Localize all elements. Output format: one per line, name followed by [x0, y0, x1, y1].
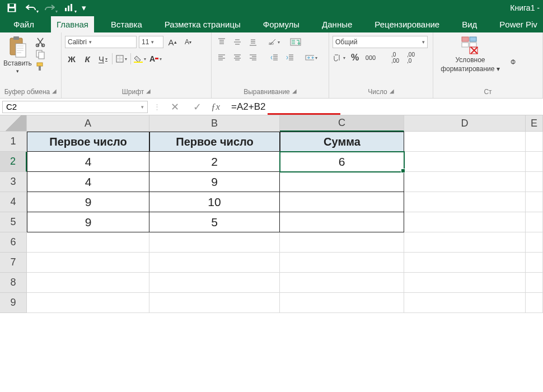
row-header-8[interactable]: 8	[0, 273, 27, 293]
cell-C4[interactable]	[280, 192, 404, 212]
font-dialog-launcher-icon[interactable]: ◢	[146, 88, 151, 96]
row-header-3[interactable]: 3	[0, 172, 27, 192]
increase-decimal-icon[interactable]: ,0,00	[388, 52, 402, 64]
cell-A9[interactable]	[27, 293, 149, 313]
paste-button[interactable]: Вставить ▾	[3, 36, 32, 74]
cell-D4[interactable]	[404, 192, 526, 212]
decrease-decimal-icon[interactable]: ,00,0	[404, 52, 418, 64]
cell-B7[interactable]	[149, 253, 280, 273]
cell-B9[interactable]	[149, 293, 280, 313]
cell-C1[interactable]: Сумма	[280, 132, 404, 152]
redo-icon[interactable]	[41, 2, 58, 14]
cell-C6[interactable]	[280, 232, 404, 253]
italic-button[interactable]: К	[81, 53, 94, 65]
row-header-1[interactable]: 1	[0, 132, 27, 152]
format-styles-extra[interactable]: Ф	[511, 36, 516, 66]
align-top-icon[interactable]	[215, 36, 228, 48]
fx-icon[interactable]: ƒx	[211, 101, 220, 113]
chart-icon[interactable]	[60, 2, 77, 14]
cell-A4[interactable]: 9	[27, 192, 149, 212]
alignment-dialog-launcher-icon[interactable]: ◢	[292, 88, 297, 96]
format-painter-icon[interactable]	[35, 62, 45, 72]
cell-A1[interactable]: Первое число	[27, 132, 149, 152]
cell-B5[interactable]: 5	[149, 212, 280, 232]
row-header-6[interactable]: 6	[0, 232, 27, 253]
cell-D7[interactable]	[404, 253, 526, 273]
cell-B3[interactable]: 9	[149, 172, 280, 192]
cut-icon[interactable]	[35, 37, 45, 47]
bold-button[interactable]: Ж	[65, 53, 78, 65]
row-header-9[interactable]: 9	[0, 293, 27, 313]
cell-C2[interactable]: 6	[280, 152, 404, 172]
cell-A2[interactable]: 4	[27, 152, 149, 172]
tab-formulas[interactable]: Формулы	[258, 16, 305, 32]
save-icon[interactable]	[3, 2, 20, 14]
cell-E2[interactable]	[526, 152, 543, 172]
cell-D5[interactable]	[404, 212, 526, 232]
cell-E9[interactable]	[526, 293, 543, 313]
comma-style-icon[interactable]: 000	[364, 52, 377, 64]
name-box[interactable]: C2 ▾	[2, 101, 148, 113]
row-header-5[interactable]: 5	[0, 212, 27, 232]
cell-C8[interactable]	[280, 273, 404, 293]
cell-D3[interactable]	[404, 172, 526, 192]
cell-E3[interactable]	[526, 172, 543, 192]
cell-A6[interactable]	[27, 232, 149, 253]
number-dialog-launcher-icon[interactable]: ◢	[390, 88, 394, 96]
align-left-icon[interactable]	[215, 52, 228, 64]
qat-customize-icon[interactable]: ▾	[79, 2, 88, 14]
cell-E4[interactable]	[526, 192, 543, 212]
accept-formula-icon[interactable]: ✓	[189, 101, 205, 113]
tab-view[interactable]: Вид	[456, 16, 483, 32]
tab-powerpivot[interactable]: Power Piv	[494, 16, 543, 32]
orientation-icon[interactable]: ab	[268, 36, 281, 48]
merge-center-icon[interactable]	[305, 52, 318, 64]
col-header-C[interactable]: C	[280, 115, 404, 132]
cell-B4[interactable]: 10	[149, 192, 280, 212]
increase-font-icon[interactable]: A▴	[166, 36, 179, 48]
cell-D6[interactable]	[404, 232, 526, 253]
col-header-B[interactable]: B	[149, 115, 280, 132]
percent-icon[interactable]: %	[348, 52, 362, 64]
col-header-D[interactable]: D	[404, 115, 526, 132]
col-header-E[interactable]: E	[526, 115, 543, 132]
clipboard-dialog-launcher-icon[interactable]: ◢	[52, 88, 57, 96]
cell-D9[interactable]	[404, 293, 526, 313]
borders-icon[interactable]	[115, 53, 128, 65]
increase-indent-icon[interactable]	[283, 52, 297, 64]
font-size-combo[interactable]: 11▾	[139, 36, 163, 48]
cell-D2[interactable]	[404, 152, 526, 172]
cell-C3[interactable]	[280, 172, 404, 192]
col-header-A[interactable]: A	[27, 115, 149, 132]
cell-A3[interactable]: 4	[27, 172, 149, 192]
row-header-2[interactable]: 2	[0, 152, 27, 172]
cell-E5[interactable]	[526, 212, 543, 232]
accounting-format-icon[interactable]	[333, 52, 346, 64]
tab-data[interactable]: Данные	[316, 16, 358, 32]
cell-B6[interactable]	[149, 232, 280, 253]
undo-icon[interactable]	[22, 2, 39, 14]
row-header-4[interactable]: 4	[0, 192, 27, 212]
align-right-icon[interactable]	[246, 52, 260, 64]
fill-color-icon[interactable]	[133, 53, 147, 65]
align-center-icon[interactable]	[231, 52, 244, 64]
cell-D1[interactable]	[404, 132, 526, 152]
cell-C9[interactable]	[280, 293, 404, 313]
formula-input[interactable]: =A2+B2	[226, 101, 265, 113]
spreadsheet-grid[interactable]: A B C D E 1 Первое число Первое число Су…	[0, 115, 543, 313]
cell-E6[interactable]	[526, 232, 543, 253]
conditional-formatting-button[interactable]: Условное форматирование ▾	[437, 36, 504, 73]
tab-file[interactable]: Файл	[8, 16, 40, 32]
cell-B2[interactable]: 2	[149, 152, 280, 172]
number-format-combo[interactable]: Общий▾	[333, 36, 428, 48]
underline-button[interactable]: Ч	[96, 53, 110, 65]
cell-A7[interactable]	[27, 253, 149, 273]
cell-E7[interactable]	[526, 253, 543, 273]
cell-E1[interactable]	[526, 132, 543, 152]
tab-insert[interactable]: Вставка	[105, 16, 148, 32]
cell-E8[interactable]	[526, 273, 543, 293]
tab-home[interactable]: Главная	[51, 16, 94, 32]
tab-review[interactable]: Рецензирование	[369, 16, 445, 32]
cell-A8[interactable]	[27, 273, 149, 293]
cell-B1[interactable]: Первое число	[149, 132, 280, 152]
